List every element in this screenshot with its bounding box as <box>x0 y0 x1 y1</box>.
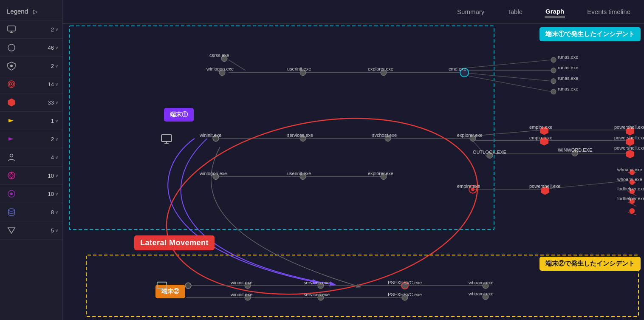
chevron-icon: ∨ <box>55 210 58 215</box>
sidebar-item-person[interactable]: 4 ∨ <box>0 148 62 167</box>
svg-point-91 <box>245 295 251 300</box>
svg-point-86 <box>213 173 219 179</box>
chevron-icon: ∨ <box>55 27 58 32</box>
nav-table[interactable]: Table <box>506 6 523 17</box>
person-icon <box>6 152 17 163</box>
svg-point-94 <box>401 282 408 289</box>
svg-point-85 <box>630 208 635 213</box>
svg-point-82 <box>630 179 635 184</box>
svg-point-95 <box>402 295 408 300</box>
top-nav: Summary Table Graph Events timeline <box>63 0 644 24</box>
svg-point-81 <box>630 170 635 175</box>
target-icon <box>6 79 17 90</box>
svg-rect-20 <box>63 24 644 320</box>
svg-point-90 <box>245 283 251 289</box>
db-icon <box>6 207 17 218</box>
svg-marker-19 <box>8 228 15 233</box>
sidebar-count-hexagon: 33 ∨ <box>48 99 58 106</box>
svg-point-92 <box>318 283 324 289</box>
sidebar-item-shield[interactable]: 2 ∨ <box>0 57 62 75</box>
chevron-icon: ∨ <box>55 155 58 160</box>
sidebar-item-arrow-purple[interactable]: 2 ∨ <box>0 130 62 148</box>
shield-icon <box>6 60 17 71</box>
hexagon-icon <box>6 97 17 108</box>
svg-point-13 <box>10 174 13 177</box>
chevron-icon: ∨ <box>55 64 58 68</box>
svg-point-70 <box>470 136 476 142</box>
arrow-right-purple-icon <box>6 133 17 144</box>
legend-label: Legend <box>7 8 28 15</box>
sidebar-item-circle-purple[interactable]: 10 ∨ <box>0 185 62 203</box>
graph-area[interactable]: csrss.exe winlogon.exe userinit.exe expl… <box>63 24 644 320</box>
sidebar-count-target: 14 ∨ <box>48 81 58 88</box>
svg-point-18 <box>8 209 14 211</box>
chevron-icon: ∨ <box>55 192 58 196</box>
svg-point-84 <box>630 198 635 204</box>
svg-marker-9 <box>8 119 14 122</box>
circle-purple-icon <box>6 188 17 199</box>
nav-events-timeline[interactable]: Events timeline <box>586 6 631 17</box>
svg-point-88 <box>381 173 387 179</box>
triangle-down-icon <box>6 225 17 236</box>
expand-icon[interactable]: ▷ <box>33 8 38 15</box>
svg-point-96 <box>483 283 489 289</box>
main-content: Summary Table Graph Events timeline <box>63 0 644 320</box>
svg-point-7 <box>11 83 12 85</box>
nav-graph[interactable]: Graph <box>545 6 565 17</box>
chevron-icon: ∨ <box>55 137 58 142</box>
svg-point-60 <box>300 70 306 76</box>
sidebar-count-arrow-yellow: 1 ∨ <box>51 118 58 124</box>
svg-point-17 <box>10 193 13 195</box>
sidebar-item-triangle[interactable]: 5 ∨ <box>0 221 62 240</box>
arrow-right-yellow-icon <box>6 115 17 126</box>
sidebar-count-circle-purple: 10 ∨ <box>48 191 58 197</box>
svg-point-58 <box>221 56 227 62</box>
svg-marker-8 <box>8 99 15 106</box>
svg-point-11 <box>10 154 13 157</box>
svg-point-3 <box>8 44 15 51</box>
sidebar-item-circle[interactable]: 46 ∨ <box>0 39 62 57</box>
circle-icon <box>6 42 17 53</box>
sidebar-item-db[interactable]: 8 ∨ <box>0 203 62 221</box>
sidebar-count-triangle: 5 ∨ <box>51 227 58 234</box>
sidebar-item-arrow-yellow[interactable]: 1 ∨ <box>0 112 62 130</box>
svg-point-83 <box>630 189 635 194</box>
svg-point-69 <box>385 136 391 142</box>
sidebar-count-spiral: 10 ∨ <box>48 173 58 179</box>
nav-summary[interactable]: Summary <box>456 6 485 17</box>
sidebar-count-shield: 2 ∨ <box>51 63 58 69</box>
chevron-icon: ∨ <box>55 82 58 87</box>
svg-point-59 <box>219 70 225 76</box>
chevron-icon: ∨ <box>55 45 58 50</box>
svg-point-89 <box>185 283 191 289</box>
svg-point-87 <box>300 173 306 179</box>
svg-point-97 <box>483 294 489 300</box>
sidebar-item-hexagon[interactable]: 33 ∨ <box>0 93 62 112</box>
svg-point-61 <box>381 70 387 76</box>
svg-point-79 <box>471 187 475 191</box>
svg-point-62 <box>460 68 469 77</box>
sidebar-count-circle: 46 ∨ <box>48 45 58 51</box>
sidebar-count-db: 8 ∨ <box>51 209 58 215</box>
chevron-icon: ∨ <box>55 173 58 178</box>
svg-marker-10 <box>8 137 14 141</box>
svg-point-66 <box>551 89 556 94</box>
graph-svg <box>63 24 644 320</box>
svg-point-68 <box>300 136 306 142</box>
sidebar-item-spiral[interactable]: 10 ∨ <box>0 167 62 185</box>
svg-point-64 <box>551 68 556 73</box>
svg-rect-0 <box>8 26 15 31</box>
sidebar: Legend ▷ 2 ∨ 46 ∨ <box>0 0 63 320</box>
sidebar-count-arrow-purple: 2 ∨ <box>51 136 58 142</box>
svg-point-65 <box>551 79 556 84</box>
sidebar-count-monitor: 2 ∨ <box>51 26 58 33</box>
sidebar-item-monitor[interactable]: 2 ∨ <box>0 20 62 39</box>
svg-point-4 <box>10 65 13 67</box>
sidebar-header: Legend ▷ <box>0 0 62 20</box>
sidebar-count-person: 4 ∨ <box>51 154 58 161</box>
chevron-icon: ∨ <box>55 119 58 123</box>
svg-point-67 <box>213 136 219 142</box>
sidebar-item-target[interactable]: 14 ∨ <box>0 75 62 93</box>
chevron-icon: ∨ <box>55 100 58 105</box>
svg-point-93 <box>318 295 324 300</box>
